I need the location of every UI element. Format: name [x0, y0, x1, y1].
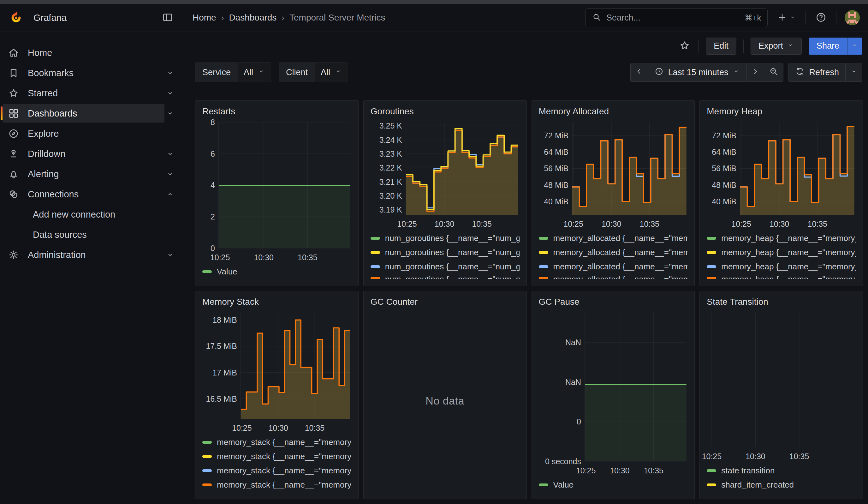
legend-item[interactable]: num_goroutines {__name__="num_go: [371, 245, 519, 260]
sidebar-item-starred[interactable]: Starred: [0, 83, 184, 103]
panel-restarts: Restarts8642010:2510:3010:35Value: [195, 101, 359, 286]
breadcrumb-item[interactable]: Home: [193, 13, 216, 23]
time-forward-button[interactable]: [746, 63, 764, 82]
sidebar-item-explore[interactable]: Explore: [0, 123, 184, 144]
zoom-out-button[interactable]: [764, 63, 783, 82]
legend-swatch: [371, 237, 380, 240]
chart-gc_pause[interactable]: NaNNaN00 seconds10:2510:3010:35: [537, 309, 690, 476]
legend-item[interactable]: memory_stack {__name__="memory_s: [202, 464, 351, 478]
sidebar-toggle-icon[interactable]: [160, 10, 175, 26]
sidebar-item-administration[interactable]: Administration: [0, 245, 184, 265]
time-range-picker[interactable]: Last 15 minutes: [648, 63, 747, 82]
sidebar-item-bookmarks[interactable]: Bookmarks: [0, 63, 184, 83]
add-button[interactable]: [776, 11, 797, 25]
legend-item[interactable]: memory_stack {__name__="memory_s: [202, 478, 351, 492]
chevron-down-icon[interactable]: [164, 148, 176, 160]
legend-label: memory_allocated {__name__="memo: [553, 262, 688, 271]
app-header: Grafana Home›Dashboards›Temporal Server …: [0, 4, 868, 32]
export-button[interactable]: Export: [751, 38, 802, 55]
chart-restarts[interactable]: 8642010:2510:3010:35: [200, 119, 353, 263]
chevron-down-icon: [850, 68, 858, 78]
legend-item[interactable]: num_goroutines {__name__="num_go: [371, 260, 519, 274]
svg-text:3.22 K: 3.22 K: [379, 163, 402, 172]
sidebar-item-data-sources[interactable]: Data sources: [0, 225, 184, 245]
chevron-up-icon[interactable]: [164, 188, 176, 200]
panel-title[interactable]: Goroutines: [369, 105, 521, 116]
legend-item[interactable]: memory_allocated {__name__="memo: [539, 245, 688, 260]
breadcrumb-item[interactable]: Dashboards: [229, 13, 277, 23]
legend-item[interactable]: num_goroutines {__name__="num_go: [371, 274, 519, 279]
grafana-logo-icon[interactable]: [9, 10, 23, 25]
chart-goroutines[interactable]: 3.25 K3.24 K3.23 K3.22 K3.21 K3.20 K3.19…: [369, 119, 521, 230]
chart-state_transition[interactable]: 10:2510:3010:35: [705, 309, 858, 462]
sidebar-item-drilldown[interactable]: Drilldown: [0, 144, 184, 164]
legend-item[interactable]: memory_allocated {__name__="memo: [539, 231, 688, 245]
legend-item[interactable]: memory_heap {__name__="memory_h: [707, 274, 856, 279]
svg-text:17.5 MiB: 17.5 MiB: [206, 342, 237, 351]
client-filter-select[interactable]: All: [315, 63, 348, 82]
chart-memory_stack[interactable]: 18 MiB17.5 MiB17 MiB16.5 MiB10:2510:3010…: [200, 309, 353, 434]
panel-title[interactable]: GC Counter: [369, 296, 521, 307]
panel-title[interactable]: Memory Allocated: [537, 105, 690, 116]
legend-label: shard_item_created: [721, 480, 794, 490]
legend-item[interactable]: state transition: [707, 464, 856, 478]
legend-label: memory_allocated {__name__="memo: [553, 275, 688, 279]
svg-text:56 MiB: 56 MiB: [544, 164, 568, 173]
legend-item[interactable]: memory_heap {__name__="memory_h: [707, 231, 856, 245]
sidebar-item-alerting[interactable]: Alerting: [0, 164, 184, 184]
legend-item[interactable]: memory_stack {__name__="memory_s: [202, 435, 351, 449]
sidebar-item-label: Add new connection: [33, 209, 115, 220]
legend-swatch: [202, 455, 212, 458]
help-button[interactable]: [814, 10, 828, 25]
star-dashboard-button[interactable]: [678, 39, 692, 53]
legend-label: memory_heap {__name__="memory_h: [721, 275, 856, 279]
refresh-button[interactable]: Refresh: [788, 63, 846, 82]
legend-item[interactable]: memory_allocated {__name__="memo: [539, 260, 688, 274]
svg-text:10:30: 10:30: [745, 452, 765, 461]
panel-title[interactable]: GC Pause: [537, 296, 690, 307]
svg-text:0 seconds: 0 seconds: [545, 457, 581, 466]
legend-item[interactable]: shard_item_created: [707, 478, 856, 492]
chevron-down-icon[interactable]: [164, 67, 176, 79]
sidebar-item-dashboards[interactable]: Dashboards: [0, 103, 184, 123]
search-shortcut-badge: ⌘+k: [745, 13, 761, 22]
legend-swatch: [539, 277, 548, 279]
sidebar-item-label: Data sources: [33, 229, 87, 240]
breadcrumb: Home›Dashboards›Temporal Server Metrics: [193, 13, 385, 23]
avatar[interactable]: [845, 10, 860, 25]
refresh-icon: [795, 66, 805, 78]
sidebar-item-home[interactable]: Home: [0, 43, 184, 63]
legend-swatch: [371, 277, 380, 279]
time-back-button[interactable]: [630, 63, 648, 82]
svg-text:16.5 MiB: 16.5 MiB: [206, 394, 237, 403]
service-filter-select[interactable]: All: [238, 63, 271, 82]
chart-memory_heap[interactable]: 72 MiB64 MiB56 MiB48 MiB40 MiB10:2510:30…: [705, 119, 858, 230]
panel-title[interactable]: Memory Heap: [705, 105, 858, 116]
legend-item[interactable]: memory_stack {__name__="memory_s: [202, 449, 351, 464]
chevron-down-icon[interactable]: [164, 249, 176, 260]
chevron-down-icon[interactable]: [164, 108, 176, 119]
legend-item[interactable]: Value: [539, 478, 688, 492]
legend-item[interactable]: num_goroutines {__name__="num_go: [371, 231, 519, 245]
share-button[interactable]: Share: [809, 38, 847, 55]
legend-item[interactable]: memory_heap {__name__="memory_h: [707, 260, 856, 274]
legend-item[interactable]: memory_heap {__name__="memory_h: [707, 245, 856, 260]
search-input[interactable]: Search... ⌘+k: [585, 8, 768, 27]
chevron-down-icon[interactable]: [164, 168, 176, 180]
edit-button[interactable]: Edit: [706, 38, 736, 55]
panel-title[interactable]: Memory Stack: [200, 296, 353, 307]
legend-swatch: [539, 237, 548, 240]
legend-item[interactable]: Value: [202, 265, 351, 279]
share-menu-button[interactable]: [847, 38, 862, 55]
panel-title[interactable]: Restarts: [200, 105, 353, 116]
chart-memory_allocated[interactable]: 72 MiB64 MiB56 MiB48 MiB40 MiB10:2510:30…: [537, 119, 690, 230]
refresh-interval-button[interactable]: [845, 63, 862, 82]
sidebar-item-connections[interactable]: Connections: [0, 184, 184, 204]
sidebar-item-label: Home: [28, 48, 52, 58]
sidebar-item-add-new-connection[interactable]: Add new connection: [0, 204, 184, 225]
chevron-down-icon[interactable]: [164, 88, 176, 99]
svg-text:56 MiB: 56 MiB: [712, 164, 736, 173]
legend-label: memory_heap {__name__="memory_h: [721, 262, 856, 271]
legend-item[interactable]: memory_allocated {__name__="memo: [539, 274, 688, 279]
panel-title[interactable]: State Transition: [705, 296, 858, 307]
